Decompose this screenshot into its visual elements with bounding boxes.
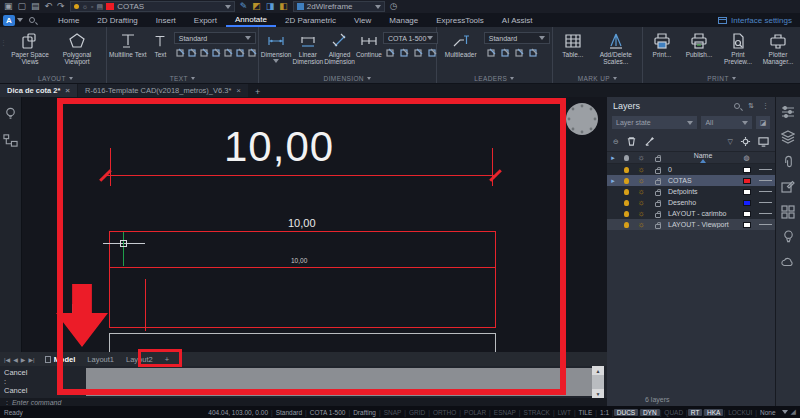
menu-tab-insert[interactable]: Insert (147, 13, 185, 27)
command-scrollbar[interactable]: ▲▼ (592, 366, 604, 398)
layer-linetype[interactable] (755, 224, 775, 225)
tips-bulb-icon[interactable] (3, 105, 18, 121)
layer-linetype[interactable] (755, 202, 775, 203)
aligned-dimension-button[interactable]: Aligned Dimension (324, 29, 355, 65)
continue-dimension-button[interactable]: Continue (356, 29, 382, 58)
interface-settings-button[interactable]: Interface settings (718, 16, 792, 25)
document-tab[interactable]: R-616-Template CAD(v2018_metros)_V6.3*× (78, 84, 248, 97)
layer-freeze-icon[interactable]: ☼ (634, 177, 649, 185)
status-toggle-cota-1-500[interactable]: COTA 1-500 (307, 409, 349, 416)
layer-freeze-icon[interactable]: ☼ (634, 210, 649, 218)
layer-freeze-icon[interactable]: ☼ (634, 188, 649, 196)
layer-linetype[interactable] (755, 213, 775, 214)
multiline-text-button[interactable]: Multiline Text (109, 29, 147, 58)
layer-lock-icon[interactable] (649, 221, 666, 229)
menu-tab-annotate[interactable]: Annotate (226, 13, 276, 27)
status-toggle-snap[interactable]: SNAP (381, 409, 405, 416)
layer-on-icon[interactable] (619, 211, 634, 217)
table-button[interactable]: Table... (555, 29, 591, 58)
status-toggle-quad[interactable]: QUAD (661, 409, 686, 416)
menu-tab-ai-assist[interactable]: AI Assist (493, 13, 542, 27)
polygonal-viewport-button[interactable]: Polygonal Viewport (54, 29, 100, 65)
layer-lock-icon[interactable] (649, 166, 666, 174)
print-icon[interactable]: ▤ (31, 2, 40, 11)
save-icon[interactable]: ▣ (4, 2, 13, 11)
tool-icon[interactable] (188, 47, 197, 58)
menu-tab-2d-drafting[interactable]: 2D Drafting (88, 13, 146, 27)
reports-pencil-icon[interactable] (781, 180, 795, 194)
menu-tab-manage[interactable]: Manage (380, 13, 427, 27)
tool-icon[interactable] (399, 47, 410, 58)
tool-icon[interactable] (486, 47, 497, 58)
tool-icon[interactable] (248, 47, 257, 58)
layer-tool-icon[interactable]: ✎ (240, 2, 248, 11)
layer-lock-icon[interactable] (649, 177, 666, 185)
text-style-dropdown[interactable]: Standard (174, 32, 256, 44)
tool-icon[interactable] (514, 47, 525, 58)
hotair-balloon-icon[interactable] (782, 230, 795, 245)
filter-funnel-icon[interactable]: ▽ (728, 138, 733, 146)
status-toggle-1-1[interactable]: 1:1 (597, 409, 612, 416)
layer-preview-icon[interactable] (758, 136, 769, 147)
command-prompt[interactable]: : Enter command (0, 398, 607, 406)
structure-panel-icon[interactable] (3, 133, 18, 148)
panel-label-text[interactable]: TEXT (109, 73, 256, 83)
status-toggle-ducs[interactable]: DUCS (614, 409, 638, 416)
layer-color-swatch[interactable] (738, 222, 755, 228)
menu-tab-export[interactable]: Export (185, 13, 226, 27)
tool-icon[interactable] (528, 47, 539, 58)
new-document-icon[interactable]: ▢ (18, 2, 27, 11)
layer-row[interactable]: ▸☼COTAS (607, 175, 775, 186)
layer-on-icon[interactable] (619, 222, 634, 228)
layer-walk-icon[interactable]: ◨ (266, 2, 275, 11)
layer-lock-icon[interactable] (649, 188, 666, 196)
status-toggle-standard[interactable]: Standard (273, 409, 305, 416)
chevron-down-icon[interactable] (17, 18, 23, 22)
menu-tab-view[interactable]: View (345, 13, 380, 27)
layer-freeze-icon[interactable]: ☼ (634, 166, 649, 174)
menu-tab-expresstools[interactable]: ExpressTools (427, 13, 493, 27)
new-document-tab-button[interactable]: + (249, 87, 266, 97)
layer-lock-icon[interactable] (649, 199, 666, 207)
publish-button[interactable]: Publish... (680, 29, 718, 58)
layer-on-icon[interactable] (619, 178, 634, 184)
layer-freeze-icon[interactable]: ☼ (634, 221, 649, 229)
status-toggle-tile[interactable]: TILE (576, 409, 596, 416)
text-button[interactable]: Text (148, 29, 173, 58)
status-toggle-404-04-103-00-0-00[interactable]: 404.04, 103.00, 0.00 (205, 409, 271, 416)
status-toggle-dyn[interactable]: DYN (640, 409, 660, 416)
search-icon[interactable] (734, 103, 740, 109)
layer-state-dropdown[interactable]: Layer state (612, 116, 697, 129)
tool-icon[interactable] (385, 47, 396, 58)
resize-grip-icon[interactable]: ◢ (791, 408, 796, 416)
close-icon[interactable]: × (236, 86, 241, 95)
plotter-manager-button[interactable]: Plotter Manager... (758, 29, 798, 65)
status-toggle-drafting[interactable]: Drafting (350, 409, 379, 416)
panel-label-layout[interactable]: LAYOUT (7, 73, 104, 83)
paper-space-views-button[interactable]: Paper Space Views (7, 29, 53, 65)
attachments-paperclip-icon[interactable] (782, 155, 795, 169)
print-preview-button[interactable]: Print Preview... (719, 29, 757, 65)
tool-icon[interactable] (212, 47, 221, 58)
status-toggle-esnap[interactable]: ESNAP (491, 409, 519, 416)
layer-row[interactable]: ☼Defpoints (607, 186, 775, 197)
delete-layer-icon[interactable] (626, 136, 637, 147)
properties-sliders-icon[interactable] (781, 105, 795, 119)
kebab-menu-icon[interactable]: ⋮ (762, 102, 769, 110)
layer-row[interactable]: ☼0 (607, 164, 775, 175)
layer-row[interactable]: ☼Desenho (607, 197, 775, 208)
purge-brush-icon[interactable] (644, 136, 655, 147)
menu-tab-home[interactable]: Home (49, 13, 88, 27)
layer-color-swatch[interactable] (738, 178, 755, 184)
tool-icon[interactable] (236, 47, 245, 58)
tool-icon[interactable] (500, 47, 511, 58)
status-menu-chevron-icon[interactable] (782, 410, 788, 414)
layer-freeze-icon[interactable]: ☼ (634, 199, 649, 207)
layer-on-icon[interactable] (619, 189, 634, 195)
current-layer-dropdown[interactable]: ☼ ▫ ▤ COTAS (70, 1, 235, 12)
add-delete-scales-button[interactable]: Add/Delete Scales... (592, 29, 640, 65)
layer-row[interactable]: ☼LAYOUT - carimbo (607, 208, 775, 219)
components-grid-icon[interactable] (781, 205, 795, 219)
panel-label-print[interactable]: PRINT (645, 73, 798, 83)
layer-lock-icon[interactable] (649, 210, 666, 218)
